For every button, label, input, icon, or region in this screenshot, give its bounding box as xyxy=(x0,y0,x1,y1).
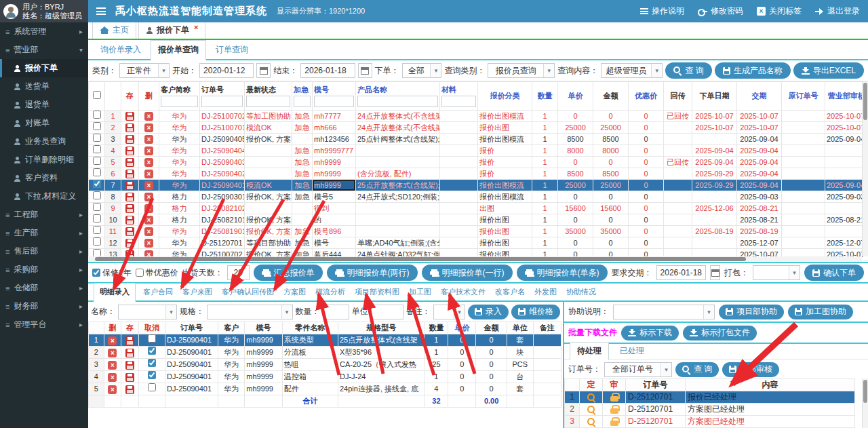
table-cell[interactable]: 格力 xyxy=(159,214,200,226)
table-cell[interactable]: 1 xyxy=(532,214,558,226)
row-checkbox[interactable] xyxy=(93,111,101,119)
sidebar-group-财务部[interactable]: ≡财务部▸ xyxy=(0,297,88,315)
table-cell[interactable]: 0 xyxy=(629,191,664,203)
delete-icon[interactable]: × xyxy=(108,361,117,370)
detail-tab-外发图[interactable]: 外发图 xyxy=(532,284,559,300)
table-cell[interactable]: DJ-25090404 xyxy=(200,145,245,157)
table-cell[interactable] xyxy=(664,168,692,180)
table-cell[interactable] xyxy=(664,214,692,226)
table-cell[interactable] xyxy=(664,134,692,145)
table-cell[interactable] xyxy=(664,226,692,237)
view-icon[interactable] xyxy=(587,405,596,414)
table-cell[interactable]: 1 xyxy=(532,111,558,122)
save-icon[interactable] xyxy=(125,123,134,132)
table-row[interactable]: 5×DJ-25090401华为mh9999配件24pin连接器, 接线盒, 底4… xyxy=(89,383,561,395)
query-content-select[interactable]: 超级管理员▾ xyxy=(601,63,663,78)
table-cell[interactable] xyxy=(782,180,825,191)
table-cell[interactable]: mh9999 xyxy=(245,371,283,383)
table-cell[interactable]: 25 xyxy=(425,359,448,371)
cancel-checkbox[interactable] xyxy=(148,359,156,367)
table-cell[interactable]: DJ-25090401 xyxy=(165,371,218,383)
subtab-order-query[interactable]: 订单查询 xyxy=(209,41,255,59)
table-cell[interactable] xyxy=(533,371,561,383)
table-cell[interactable] xyxy=(533,334,561,347)
table-cell[interactable]: mh7777 xyxy=(313,111,356,122)
sidebar-item-业务员查询[interactable]: 业务员查询 xyxy=(0,132,88,151)
entry-save-button[interactable]: 录入 xyxy=(468,305,509,319)
table-row[interactable]: 9×格力DJ-25082102得到出图1156001560002025-12-0… xyxy=(89,203,868,214)
ship-days-input[interactable]: 20 xyxy=(227,265,250,280)
table-cell[interactable] xyxy=(782,191,825,203)
table-cell[interactable] xyxy=(692,214,737,226)
table-cell[interactable]: DJ-25090301 xyxy=(200,191,245,203)
process-order-select[interactable]: 全部订单号▾ xyxy=(604,362,672,377)
sidebar-group-仓储部[interactable]: ≡仓储部▸ xyxy=(0,279,88,297)
topmenu-退出登录[interactable]: 退出登录 xyxy=(815,5,860,17)
order-number-cell[interactable]: D-25120701 xyxy=(626,391,686,404)
table-cell[interactable]: 25000 xyxy=(558,122,593,134)
table-cell[interactable]: 华为 xyxy=(159,157,200,168)
table-cell[interactable]: 加急 xyxy=(292,226,313,237)
table-cell[interactable]: 25点针阀整体式(含线架);AD4 777 xyxy=(356,134,440,145)
table-cell[interactable]: mh9999 xyxy=(245,383,283,395)
table-cell[interactable]: 15600 xyxy=(558,203,593,214)
tab-pending[interactable]: 待处理 xyxy=(570,342,609,360)
table-cell[interactable]: 0 xyxy=(558,214,593,226)
topmenu-修改密码[interactable]: 修改密码 xyxy=(698,5,743,17)
detail-tab-明细录入[interactable]: 明细录入 xyxy=(94,283,136,302)
table-cell[interactable]: mh9999777 xyxy=(313,145,356,157)
table-cell[interactable]: DJ-25100701 xyxy=(200,122,245,134)
sidebar-group-生产部[interactable]: ≡生产部▸ xyxy=(0,224,88,242)
table-cell[interactable] xyxy=(533,359,561,371)
save-icon[interactable] xyxy=(125,158,134,167)
table-cell[interactable]: 1 xyxy=(425,371,448,383)
sidebar-item-送货单[interactable]: 送货单 xyxy=(0,77,88,96)
table-cell[interactable]: 0 xyxy=(629,122,664,134)
table-cell[interactable]: 得到 xyxy=(313,203,356,214)
column-filter-input[interactable] xyxy=(161,96,198,107)
table-cell[interactable]: mh9999 xyxy=(245,359,283,371)
table-cell[interactable]: 24点开放式;SD120;倒装;(含 ddd xyxy=(356,191,440,203)
table-cell[interactable]: 配件 xyxy=(282,383,338,395)
column-filter-input[interactable] xyxy=(441,96,476,107)
table-cell[interactable]: 格力 xyxy=(159,191,200,203)
save-icon[interactable] xyxy=(125,204,134,213)
table-cell[interactable]: 25点开放整体式(含线架);AD3 xyxy=(356,180,440,191)
table-row[interactable]: 6×华为DJ-25090402加急mh9999(含分流板, 配件)报价18500… xyxy=(89,168,868,180)
table-cell[interactable]: 的 xyxy=(313,214,356,226)
table-cell[interactable]: 报价OK, 方案图OK. xyxy=(245,134,292,145)
table-cell[interactable]: 2025-09-29 xyxy=(692,168,737,180)
table-cell[interactable]: DJ-25082102 xyxy=(200,203,245,214)
select-all-checkbox[interactable] xyxy=(93,91,101,99)
table-cell[interactable]: DJ-25090405 xyxy=(200,134,245,145)
table-row[interactable]: 7×华为DJ-25090401模流OK加急mh999925点开放整体式(含线架)… xyxy=(89,180,868,191)
sidebar-group-工程部[interactable]: ≡工程部▸ xyxy=(0,206,88,224)
cancel-checkbox[interactable] xyxy=(148,334,156,343)
table-cell[interactable] xyxy=(782,214,825,226)
table-cell[interactable]: 0 xyxy=(476,383,507,395)
project-assist-button[interactable]: 项目部协助 xyxy=(719,305,784,319)
delete-icon[interactable]: × xyxy=(144,147,153,155)
table-cell[interactable]: 报价OK, 方案图OK. xyxy=(245,226,292,237)
table-row[interactable]: 1×DJ-25090401华为mh9999系统类型25点开放整体式(含线架100… xyxy=(89,334,561,347)
table-row[interactable]: 2D-25120701方案图已经处理 xyxy=(565,404,855,416)
table-cell[interactable] xyxy=(782,111,825,122)
topmenu-关闭标签[interactable]: ×关闭标签 xyxy=(757,5,802,17)
table-cell[interactable]: 0 xyxy=(629,145,664,157)
table-cell[interactable] xyxy=(356,203,440,214)
table-cell[interactable]: 35000 xyxy=(593,226,629,237)
discount-checkbox[interactable]: 带优惠价 xyxy=(136,267,178,279)
table-row[interactable]: 1D-25120701报价已经处理 xyxy=(565,391,855,404)
column-filter-input[interactable] xyxy=(246,96,290,107)
table-cell[interactable] xyxy=(356,157,440,168)
table-cell[interactable] xyxy=(664,180,692,191)
table-cell[interactable]: 1 xyxy=(532,180,558,191)
warranty-checkbox-input[interactable] xyxy=(92,269,100,277)
delete-icon[interactable]: × xyxy=(144,170,153,178)
table-cell[interactable]: 华为 xyxy=(218,334,245,347)
table-cell[interactable] xyxy=(782,134,825,145)
row-checkbox[interactable] xyxy=(93,191,101,199)
table-cell[interactable]: 1 xyxy=(532,157,558,168)
table-cell[interactable]: X型35*96 xyxy=(338,347,424,359)
table-cell[interactable]: 单嘴;AD40气缸;倒装;(含分流 sdfsd xyxy=(356,237,440,249)
